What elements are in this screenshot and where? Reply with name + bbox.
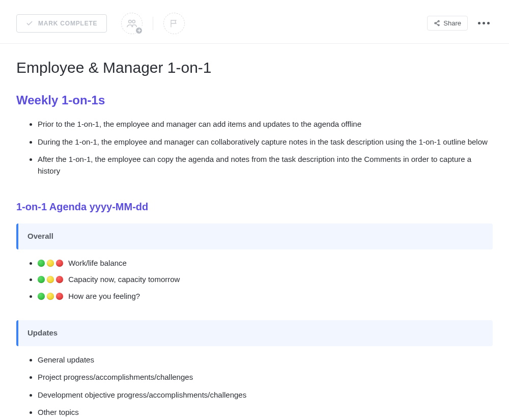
add-badge-icon: + [135,26,143,35]
list-item: During the 1-on-1, the employee and mana… [38,136,493,148]
dot-icon [483,22,485,24]
list-item-label: How are you feeling? [68,292,140,300]
weekly-list: Prior to the 1-on-1, the employee and ma… [16,119,493,177]
page-title: Employee & Manager 1-on-1 [16,56,493,79]
dot-icon [487,22,490,24]
flag-icon [169,19,179,28]
list-item: General updates [38,354,493,366]
callout-updates: Updates [16,320,493,346]
assignees-button[interactable]: + [121,13,143,34]
toolbar: MARK COMPLETE + Share [0,0,509,44]
weekly-heading[interactable]: Weekly 1-on-1s [16,91,493,109]
list-item-label: Capacity now, capacity tomorrow [68,275,180,284]
overall-list: Work/life balance Capacity now, capacity… [16,258,493,302]
priority-button[interactable] [163,13,185,34]
agenda-heading[interactable]: 1-on-1 Agenda yyyy-MM-dd [16,199,493,214]
list-item: Prior to the 1-on-1, the employee and ma… [38,119,493,130]
toolbar-icons: + [121,13,185,34]
svg-point-1 [132,20,135,23]
page-content: Employee & Manager 1-on-1 Weekly 1-on-1s… [0,44,509,420]
list-item: Work/life balance [38,258,493,269]
dot-icon [478,22,480,24]
share-label: Share [443,19,461,27]
svg-line-5 [436,21,438,23]
more-menu-button[interactable] [475,19,493,27]
list-item: Other topics [38,407,493,418]
status-dots-icon [38,276,63,283]
list-item: Project progress/accomplishments/challen… [38,372,493,383]
callout-title: Overall [27,232,53,240]
mark-complete-label: MARK COMPLETE [38,20,97,27]
callout-title: Updates [27,328,58,337]
divider [153,17,153,30]
toolbar-right: Share [427,16,493,31]
status-dots-icon [38,293,63,300]
list-item: How are you feeling? [38,291,493,302]
svg-line-6 [436,23,438,25]
share-button[interactable]: Share [427,16,468,31]
mark-complete-button[interactable]: MARK COMPLETE [16,14,107,33]
list-item-label: Work/life balance [68,259,127,267]
check-icon [26,20,33,27]
list-item: After the 1-on-1, the employee can copy … [38,154,493,177]
status-dots-icon [38,260,63,267]
svg-point-0 [129,20,132,23]
callout-overall: Overall [16,223,493,249]
list-item: Capacity now, capacity tomorrow [38,274,493,286]
list-item: Development objective progress/accomplis… [38,389,493,401]
updates-list: General updates Project progress/accompl… [16,354,493,418]
share-icon [434,20,440,26]
